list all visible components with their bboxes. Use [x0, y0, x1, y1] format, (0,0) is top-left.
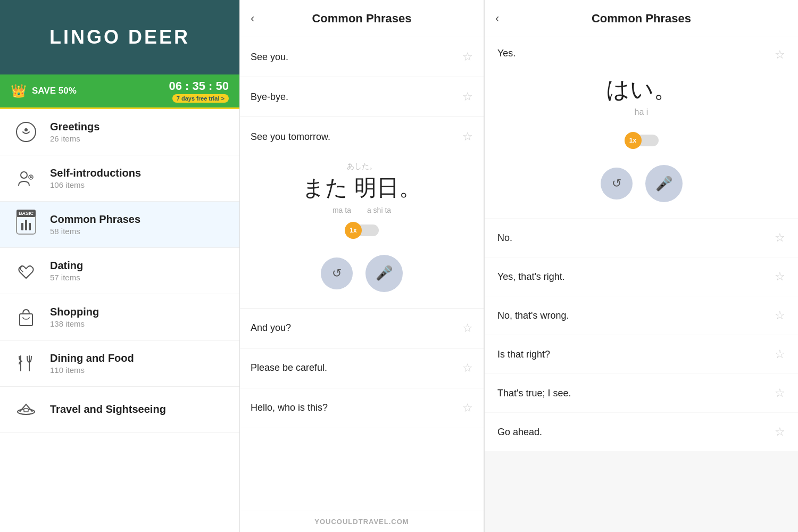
dating-info: Dating 57 items — [50, 260, 83, 282]
app-title: LINGO DEER — [49, 26, 190, 48]
phrase-item-and-you[interactable]: And you? ☆ — [240, 309, 484, 348]
right-phrase-item-no-thats-wrong[interactable]: No, that's wrong. ☆ — [485, 296, 798, 335]
star-button-is-that-right[interactable]: ☆ — [775, 347, 785, 361]
middle-panel-title: Common Phrases — [312, 12, 411, 26]
shopping-icon — [13, 304, 39, 330]
right-phrase-list: Yes. ☆ はい。 ha i 1x ↺ 🎤 No. ☆ — [485, 37, 798, 532]
phrase-item-see-you[interactable]: See you. ☆ — [240, 37, 484, 77]
right-phrase-item-go-ahead[interactable]: Go ahead. ☆ — [485, 413, 798, 451]
travel-and-sightseeing-icon — [13, 396, 39, 423]
svg-rect-8 — [24, 409, 28, 412]
microphone-button[interactable]: 🎤 — [365, 255, 403, 292]
phrase-text: See you. — [251, 52, 288, 63]
sidebar-item-self-introductions[interactable]: Self-introductions 106 items — [0, 155, 239, 202]
phrase-text-yes-thats-right: Yes, that's right. — [497, 271, 565, 282]
star-button[interactable]: ☆ — [462, 50, 473, 64]
dining-and-food-info: Dining and Food 110 items — [50, 352, 134, 375]
right-phrase-item-no[interactable]: No. ☆ — [485, 219, 798, 257]
japanese-text-yes: はい。 — [606, 74, 677, 105]
audio-controls-right: ↺ 🎤 — [601, 165, 683, 202]
romaji-word-mata: ma ta — [332, 206, 351, 214]
svg-point-2 — [21, 172, 27, 178]
speed-circle-right[interactable]: 1x — [625, 132, 642, 149]
common-phrases-info: Common Phrases 58 items — [50, 213, 140, 236]
star-button-yes-thats-right[interactable]: ☆ — [775, 270, 785, 284]
star-button-yes[interactable]: ☆ — [775, 48, 785, 62]
phrase-item-bye-bye[interactable]: Bye-bye. ☆ — [240, 77, 484, 117]
middle-phrase-list: See you. ☆ Bye-bye. ☆ See you tomorrow. … — [240, 37, 484, 511]
sidebar-item-greetings[interactable]: Greetings 26 items — [0, 109, 239, 155]
right-panel: ‹ Common Phrases Yes. ☆ はい。 ha i 1x ↺ 🎤 — [484, 0, 798, 532]
star-button[interactable]: ☆ — [462, 321, 473, 335]
sidebar-item-dining-and-food[interactable]: Dining and Food 110 items — [0, 340, 239, 387]
phrase-text-is-that-right: Is that right? — [497, 349, 550, 360]
svg-point-0 — [16, 122, 36, 142]
expanded-content: あした。 また 明日。 ma ta a shi ta 1x ↺ 🎤 — [240, 156, 484, 308]
dating-icon — [13, 257, 39, 284]
phrase-item-please-be-careful[interactable]: Please be careful. ☆ — [240, 348, 484, 388]
phrase-text-no: No. — [497, 232, 512, 244]
sidebar-item-travel-and-sightseeing[interactable]: Travel and Sightseeing — [0, 387, 239, 433]
active-card-top: Yes. ☆ — [497, 48, 785, 62]
promo-left: 👑 SAVE 50% — [11, 84, 77, 98]
speed-toggle[interactable]: 1x — [345, 222, 379, 239]
right-phrase-item-is-that-right[interactable]: Is that right? ☆ — [485, 335, 798, 373]
star-button-go-ahead[interactable]: ☆ — [775, 425, 785, 439]
greetings-count: 26 items — [50, 134, 99, 143]
star-button[interactable]: ☆ — [462, 361, 473, 375]
star-button-thats-true[interactable]: ☆ — [775, 386, 785, 400]
right-panel-header: ‹ Common Phrases — [485, 0, 798, 37]
promo-trial-label[interactable]: 7 days free trial > — [172, 94, 229, 103]
phrase-item-see-you-tomorrow[interactable]: See you tomorrow. ☆ あした。 また 明日。 ma ta a … — [240, 117, 484, 309]
right-phrase-item-thats-true[interactable]: That's true; I see. ☆ — [485, 374, 798, 412]
right-phrase-item-yes[interactable]: Yes. ☆ はい。 ha i 1x ↺ 🎤 — [485, 37, 798, 218]
phrase-text-go-ahead: Go ahead. — [497, 427, 542, 438]
phrase-text: See you tomorrow. — [251, 131, 330, 143]
japanese-main-text: また 明日。 — [302, 172, 421, 204]
self-introductions-count: 106 items — [50, 180, 141, 189]
phrase-text-no-thats-wrong: No, that's wrong. — [497, 310, 569, 321]
sidebar-item-common-phrases[interactable]: BASIC Common Phrases 58 items — [0, 202, 239, 248]
middle-panel-header: ‹ Common Phrases — [240, 0, 484, 37]
phrase-text-yes: Yes. — [497, 48, 516, 59]
self-introductions-icon — [13, 165, 39, 192]
dating-count: 57 items — [50, 273, 83, 282]
speed-toggle-right[interactable]: 1x — [625, 132, 659, 149]
travel-and-sightseeing-name: Travel and Sightseeing — [50, 403, 166, 415]
basic-badge: BASIC — [16, 210, 36, 217]
middle-panel: ‹ Common Phrases See you. ☆ Bye-bye. ☆ S… — [239, 0, 484, 532]
promo-timer: 06 : 35 : 50 — [169, 79, 229, 93]
crown-icon: 👑 — [11, 84, 27, 98]
right-panel-title: Common Phrases — [592, 12, 691, 26]
common-phrases-name: Common Phrases — [50, 213, 140, 226]
phrase-text: Please be careful. — [251, 362, 327, 373]
right-phrase-item-yes-thats-right[interactable]: Yes, that's right. ☆ — [485, 257, 798, 296]
svg-rect-4 — [20, 314, 32, 326]
common-phrases-icon: BASIC — [13, 211, 39, 238]
star-button[interactable]: ☆ — [462, 401, 473, 415]
star-button[interactable]: ☆ — [462, 130, 473, 144]
star-button-no-thats-wrong[interactable]: ☆ — [775, 309, 785, 322]
phrase-item-hello-who-is-this[interactable]: Hello, who is this? ☆ — [240, 388, 484, 428]
romaji-row: ma ta a shi ta — [332, 206, 391, 214]
sidebar-item-shopping[interactable]: Shopping 138 items — [0, 294, 239, 340]
romaji-word-ashita: a shi ta — [367, 206, 391, 214]
dining-and-food-name: Dining and Food — [50, 352, 134, 364]
right-back-button[interactable]: ‹ — [495, 12, 499, 26]
replay-button[interactable]: ↺ — [321, 257, 353, 289]
promo-banner[interactable]: 👑 SAVE 50% 06 : 35 : 50 7 days free tria… — [0, 74, 239, 109]
promo-save-label: SAVE 50% — [32, 86, 77, 96]
sidebar-item-dating[interactable]: Dating 57 items — [0, 248, 239, 294]
dining-and-food-icon — [13, 350, 39, 377]
ruby-text: あした。 — [347, 162, 377, 171]
middle-back-button[interactable]: ‹ — [251, 12, 254, 26]
star-button-no[interactable]: ☆ — [775, 231, 785, 245]
replay-button-right[interactable]: ↺ — [601, 168, 633, 200]
sidebar: LINGO DEER 👑 SAVE 50% 06 : 35 : 50 7 day… — [0, 0, 239, 532]
microphone-button-right[interactable]: 🎤 — [645, 165, 683, 202]
speed-circle[interactable]: 1x — [345, 222, 362, 239]
star-button[interactable]: ☆ — [462, 90, 473, 104]
watermark-text: YOUCOULDTRAVEL.COM — [314, 518, 409, 526]
phrase-text-thats-true: That's true; I see. — [497, 388, 571, 399]
svg-point-1 — [24, 128, 28, 131]
